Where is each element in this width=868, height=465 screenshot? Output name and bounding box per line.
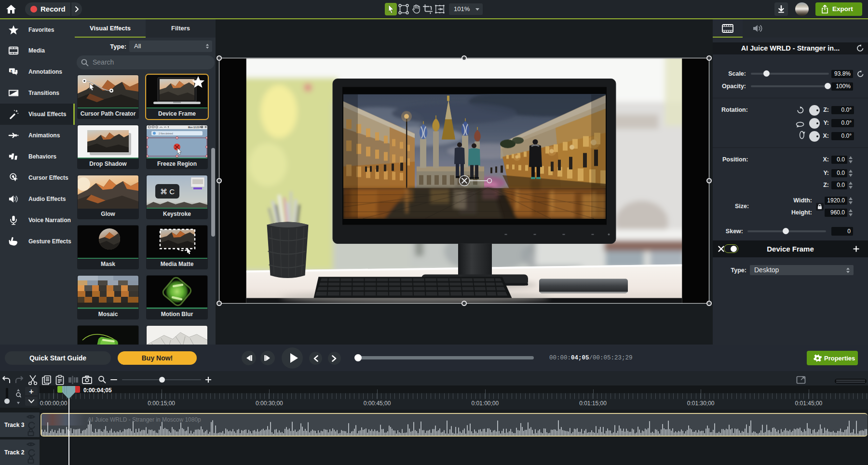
svg-text:a: a xyxy=(11,69,13,72)
svg-text:2 files deleted: 2 files deleted xyxy=(159,133,173,135)
svg-text:⌘ C: ⌘ C xyxy=(160,187,175,196)
svg-text:Mon 12:23 PM: Mon 12:23 PM xyxy=(188,126,203,129)
